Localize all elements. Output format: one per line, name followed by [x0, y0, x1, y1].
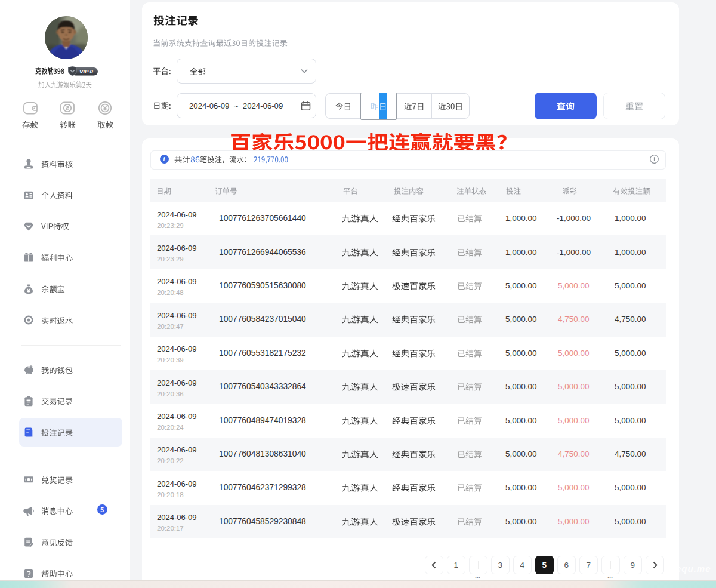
- svg-text:VIP 0: VIP 0: [79, 68, 94, 75]
